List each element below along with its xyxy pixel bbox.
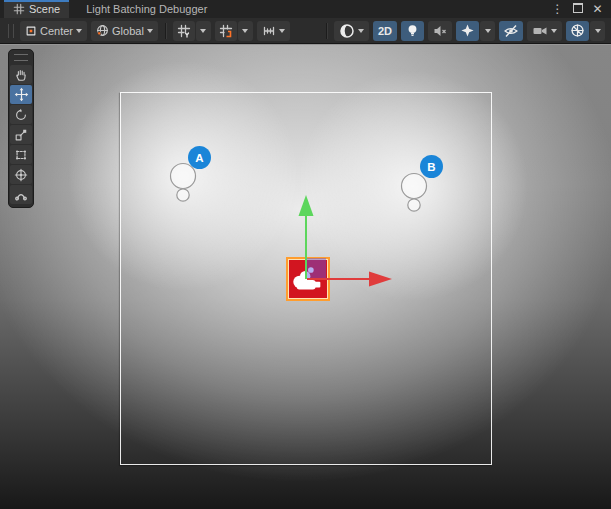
grid-visibility-dropdown[interactable] bbox=[196, 21, 211, 41]
move-tool[interactable] bbox=[10, 85, 32, 104]
mode-2d-label: 2D bbox=[378, 25, 392, 37]
snap-increment-dropdown[interactable] bbox=[257, 21, 290, 41]
toolbar-right-group: 2D bbox=[323, 21, 605, 41]
scale-tool[interactable] bbox=[10, 125, 32, 144]
eye-hidden-icon bbox=[503, 23, 519, 39]
tab-light-batching-debugger[interactable]: Light Batching Debugger bbox=[77, 0, 216, 18]
mode-2d-button[interactable]: 2D bbox=[373, 21, 397, 41]
orbit-gizmo-icon bbox=[570, 23, 585, 38]
chevron-down-icon bbox=[147, 29, 153, 33]
scene-camera-settings-dropdown[interactable] bbox=[590, 21, 605, 41]
camera-icon bbox=[532, 24, 548, 38]
tab-bar: Scene Light Batching Debugger ⋮ ✕ bbox=[0, 0, 611, 19]
audio-mute-button[interactable] bbox=[428, 21, 452, 41]
window-controls: ⋮ ✕ bbox=[551, 0, 611, 18]
transform-icon bbox=[14, 168, 28, 182]
chevron-down-icon bbox=[358, 29, 364, 33]
camera-dropdown[interactable] bbox=[527, 21, 562, 41]
effects-icon bbox=[460, 23, 475, 38]
scene-lighting-button[interactable] bbox=[401, 21, 424, 41]
pivot-mode-dropdown[interactable]: Center bbox=[20, 21, 87, 41]
orientation-label: Global bbox=[112, 25, 144, 37]
grid-visibility-icon bbox=[177, 24, 191, 38]
effects-button[interactable] bbox=[456, 21, 479, 41]
orientation-dropdown[interactable]: Global bbox=[91, 21, 158, 41]
chevron-down-icon bbox=[242, 29, 248, 33]
light-b-badge[interactable]: B bbox=[420, 155, 443, 178]
custom-editor-tools[interactable] bbox=[10, 185, 32, 204]
tab-scene[interactable]: Scene bbox=[4, 0, 69, 18]
tab-scene-label: Scene bbox=[29, 3, 60, 15]
toolbar-drag-handle[interactable] bbox=[8, 24, 14, 38]
chevron-down-icon bbox=[200, 29, 206, 33]
grid-visibility-button[interactable] bbox=[173, 21, 195, 41]
chevron-down-icon bbox=[551, 29, 557, 33]
tab-light-batching-debugger-label: Light Batching Debugger bbox=[86, 3, 207, 15]
scene-viewport[interactable]: A B bbox=[0, 44, 611, 509]
pivot-center-icon bbox=[25, 25, 37, 37]
scene-toolbar: Center Global bbox=[0, 18, 611, 44]
light-a-label: A bbox=[195, 152, 203, 164]
scene-camera-settings-button[interactable] bbox=[566, 21, 589, 41]
active-tab-indicator bbox=[4, 0, 69, 2]
shaded-sphere-icon bbox=[339, 23, 355, 39]
unity-scene-window: Scene Light Batching Debugger ⋮ ✕ Center bbox=[0, 0, 611, 509]
audio-mute-icon bbox=[432, 23, 448, 39]
light-b-label: B bbox=[427, 161, 435, 173]
chevron-down-icon bbox=[485, 29, 491, 33]
hand-icon bbox=[14, 68, 28, 82]
grid-snap-dropdown[interactable] bbox=[238, 21, 253, 41]
grid-snap-icon bbox=[219, 24, 233, 38]
grid-snap-button[interactable] bbox=[215, 21, 237, 41]
scale-icon bbox=[14, 128, 28, 142]
close-button[interactable]: ✕ bbox=[591, 1, 604, 17]
grid-icon bbox=[13, 3, 25, 15]
maximize-icon bbox=[573, 3, 583, 13]
rect-icon bbox=[14, 148, 28, 162]
transform-tool[interactable] bbox=[10, 165, 32, 184]
move-icon bbox=[14, 87, 29, 102]
pivot-mode-label: Center bbox=[40, 25, 73, 37]
snap-increment-icon bbox=[262, 24, 276, 38]
gizmo-x-axis-arrow[interactable] bbox=[304, 267, 396, 291]
rect-tool[interactable] bbox=[10, 145, 32, 164]
chevron-down-icon bbox=[595, 29, 601, 33]
rotate-tool[interactable] bbox=[10, 105, 32, 124]
chevron-down-icon bbox=[279, 29, 285, 33]
maximize-button[interactable] bbox=[571, 1, 584, 17]
rotate-icon bbox=[14, 108, 28, 122]
light-a-badge[interactable]: A bbox=[188, 146, 211, 169]
scene-visibility-button[interactable] bbox=[499, 21, 523, 41]
effects-dropdown[interactable] bbox=[480, 21, 495, 41]
view-hand-tool[interactable] bbox=[10, 65, 32, 84]
palette-drag-handle[interactable] bbox=[14, 54, 28, 61]
chevron-down-icon bbox=[76, 29, 82, 33]
tool-palette bbox=[8, 49, 34, 208]
toolbar-separator bbox=[165, 23, 166, 39]
shading-mode-dropdown[interactable] bbox=[334, 21, 369, 41]
globe-icon bbox=[96, 24, 109, 37]
custom-tools-icon bbox=[14, 188, 28, 202]
window-menu-button[interactable]: ⋮ bbox=[551, 1, 564, 17]
light-bulb-icon bbox=[405, 23, 420, 38]
toolbar-separator bbox=[326, 23, 327, 39]
